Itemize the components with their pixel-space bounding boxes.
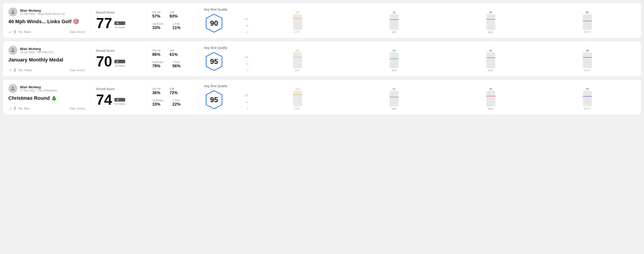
updown-label-1: Up/Down [152,61,163,64]
bar-value-arg: 96 [489,49,492,52]
hexagon-container-2: 95 [204,90,224,110]
axis-label-app: APP [346,107,442,110]
data-source-0: Data: Arccos [70,30,85,33]
bag-icon-0: 🏌 [13,30,17,33]
card-title-0: 40 Mph Winds... Links Golf 🎯 [8,19,85,24]
bar-line-ott [293,57,302,58]
chart-group-ott: 110 [249,88,346,107]
chart-group-app: 87 [346,88,442,107]
oneputt-label-0: 1 Putt [172,22,180,25]
fwhit-label-2: FW Hit [152,87,160,91]
stat-updown-0: Up/Down 33% [152,22,163,30]
user-row-1: Blair McHarg 29 Jan 2022 · Mill Ride GCC [8,46,85,55]
user-name-2: Blair McHarg [20,85,57,89]
stats-section-0: FW Hit 57% GIR 83% Up/Down 33% 1 Putt 11… [152,7,193,33]
stat-gir-0: GIR 83% [170,11,178,19]
stats-section-1: FW Hit 86% GIR 61% Up/Down 78% 1 Putt 56… [152,46,193,72]
user-icon [10,9,16,15]
bar-value-app: 86 [393,49,396,52]
updown-value-1: 78% [152,64,163,68]
oneputt-value-1: 56% [172,64,180,68]
tee-info-2: ☁️ 🏌 Tee: Blue [8,107,30,110]
hexagon-container-0: 90 [204,13,224,33]
fwhit-value-2: 36% [152,91,160,95]
divider-2-2 [146,84,147,110]
bar-wrapper-arg [486,52,495,68]
score-row-2: 74 +2 18 Holes [96,93,141,107]
bar-wrapper-app [390,52,398,68]
gir-value-1: 61% [170,52,178,57]
score-number-1: 70 [96,54,112,69]
bar-line-putt [583,57,592,58]
bar-line-putt [583,21,592,21]
divider-1-1 [90,46,91,72]
stats-row-bot-0: Up/Down 33% 1 Putt 11% [152,22,193,30]
oneputt-label-1: 1 Putt [172,61,180,64]
bar-wrapper-putt [583,52,592,68]
divider-1-0 [90,7,91,33]
tee-label-2: Tee: Blue [18,107,30,110]
bar-bg-putt [583,97,592,107]
chart-y-axis: 100 50 0 [244,94,249,110]
user-meta-1: 29 Jan 2022 · Mill Ride GCC [20,51,54,54]
score-badge-2: +2 [114,98,125,102]
user-row-2: Blair McHarg 27 Dec 2021 · The Oxfordshi… [8,84,85,93]
score-section-2: Round Score 74 +2 18 Holes [96,84,141,110]
weather-icon-0: ☁️ [8,30,12,33]
card-footer-2: ☁️ 🏌 Tee: Blue Data: Arccos [8,107,85,110]
bag-icon-2: 🏌 [13,107,17,110]
axis-label-app: APP [346,69,442,72]
bar-value-arg: 98 [489,11,492,14]
gir-label-2: GIR [170,87,178,91]
stats-section-2: FW Hit 36% GIR 72% Up/Down 33% 1 Putt 22… [152,84,193,110]
chart-y-axis: 100 50 0 [244,18,249,33]
updown-value-0: 33% [152,25,163,30]
user-name-1: Blair McHarg [20,47,54,51]
oneputt-label-2: 1 Putt [172,99,180,102]
chart-y-axis: 100 50 0 [244,56,249,72]
updown-label-0: Up/Down [152,22,163,25]
card-left-2: Blair McHarg 27 Dec 2021 · The Oxfordshi… [8,84,85,110]
axis-label-putt: PUTT [539,107,636,110]
score-holes-0: 18 Holes [114,26,125,29]
score-section-1: Round Score 70 -2 18 Holes [96,46,141,72]
round-card-0: Blair McHarg 12 Feb 2022 · Royal North D… [3,3,641,38]
bag-icon-1: 🏌 [13,68,17,72]
fwhit-label-0: FW Hit [152,11,160,14]
axis-label-ott: OTT [249,31,346,33]
chart-group-app: 86 [346,49,442,68]
hex-score-1: 95 [210,57,218,66]
bar-line-arg [486,96,495,97]
divider-3-2 [198,84,198,110]
gir-value-2: 72% [170,91,178,95]
bar-wrapper-app [390,14,398,30]
quality-section-2: Avg Shot Quality 95 [204,84,240,110]
stat-updown-2: Up/Down 33% [152,99,163,107]
score-detail-0: +5 18 Holes [114,21,125,30]
bar-line-putt [583,96,592,97]
fwhit-label-1: FW Hit [152,49,160,52]
bar-value-ott: 101 [296,49,300,52]
chart-group-putt: 82 [539,11,636,30]
stat-oneputt-1: 1 Putt 56% [172,61,180,68]
stat-oneputt-0: 1 Putt 11% [172,22,180,30]
divider-3-0 [198,7,198,33]
card-left-0: Blair McHarg 12 Feb 2022 · Royal North D… [8,7,85,33]
score-label-2: Round Score [96,87,141,91]
quality-label-2: Avg Shot Quality [204,84,227,88]
score-holes-2: 18 Holes [114,103,125,106]
chart-group-arg: 96 [442,49,539,68]
stats-row-bot-2: Up/Down 33% 1 Putt 22% [152,99,193,107]
bar-bg-ott [293,57,302,68]
bar-value-arg: 95 [489,88,492,90]
chart-section: 100 50 0 107 95 98 82 [240,7,636,33]
axis-label-ott: OTT [249,107,346,110]
axis-label-putt: PUTT [539,69,636,72]
tee-label-0: Tee: Black [18,30,31,33]
divider-3-1 [198,46,198,72]
stat-gir-2: GIR 72% [170,87,178,95]
stat-updown-1: Up/Down 78% [152,61,163,68]
avatar-0 [8,7,17,16]
bar-bg-ott [293,19,302,30]
chart-section: 100 50 0 101 86 96 99 [240,46,636,72]
